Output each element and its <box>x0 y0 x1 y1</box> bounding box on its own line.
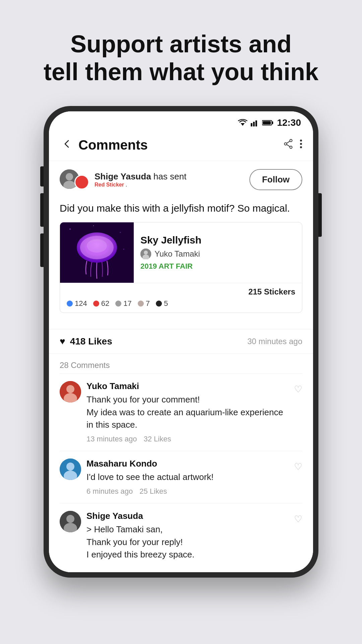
artwork-card[interactable]: Sky Jellyfish Yuko Tamaki 2019 ART FAIR … <box>60 222 302 313</box>
comment-likes-1: 32 Likes <box>143 435 171 443</box>
svg-rect-6 <box>263 121 271 124</box>
like-button-3[interactable]: ♡ <box>294 514 302 525</box>
artwork-tag: 2019 ART FAIR <box>140 262 295 271</box>
svg-point-9 <box>285 143 287 145</box>
svg-point-7 <box>290 139 292 142</box>
back-button[interactable] <box>60 136 74 154</box>
comment-avatar-yuko <box>60 381 81 402</box>
likes-count: 418 Likes <box>70 336 112 347</box>
comment-time-2: 6 minutes ago <box>86 487 133 496</box>
svg-point-14 <box>300 146 302 148</box>
wifi-icon <box>238 119 247 126</box>
notification-row: Shige Yasuda has sent Red Sticker . Foll… <box>49 161 313 198</box>
comment-item-1: Yuko Tamaki Thank you for your comment!M… <box>60 374 302 451</box>
comment-item-2: Masaharu Kondo I'd love to see the actua… <box>60 451 302 503</box>
svg-point-8 <box>290 146 292 148</box>
svg-point-12 <box>300 140 302 142</box>
comment-body: Did you make this with a jellyfish motif… <box>49 198 313 329</box>
like-button-2[interactable]: ♡ <box>294 461 302 472</box>
artwork-image <box>60 222 134 283</box>
sticker-tan: 7 <box>138 299 150 308</box>
more-button[interactable] <box>300 139 302 151</box>
sticker-gray: 17 <box>115 299 131 308</box>
comment-item-3: Shige Yasuda > Hello Tamaki san,Thank yo… <box>60 503 302 572</box>
comment-content-yuko: Yuko Tamaki Thank you for your comment!M… <box>86 381 289 443</box>
top-bar: Comments <box>49 131 313 161</box>
heart-icon[interactable]: ♥ <box>60 336 65 347</box>
time-ago: 30 minutes ago <box>247 337 302 346</box>
likes-row: ♥ 418 Likes 30 minutes ago <box>49 329 313 354</box>
comment-text: Did you make this with a jellyfish motif… <box>60 201 302 216</box>
page-title: Comments <box>78 138 284 153</box>
artwork-info: Sky Jellyfish Yuko Tamaki 2019 ART FAIR <box>134 222 302 283</box>
comment-content-shige: Shige Yasuda > Hello Tamaki san,Thank yo… <box>86 511 289 565</box>
status-bar: 12:30 <box>49 111 313 131</box>
svg-point-32 <box>66 385 74 393</box>
svg-rect-1 <box>251 123 252 126</box>
svg-point-20 <box>120 232 121 233</box>
sticker-red: 62 <box>93 299 109 308</box>
svg-point-35 <box>66 463 74 471</box>
signal-icon <box>251 119 259 126</box>
svg-point-16 <box>66 173 73 180</box>
artwork-bottom: 215 Stickers 124 62 <box>60 283 302 313</box>
svg-point-29 <box>144 251 148 255</box>
share-button[interactable] <box>284 139 293 151</box>
svg-rect-5 <box>272 121 273 124</box>
avatar-stack <box>60 169 89 190</box>
svg-point-13 <box>300 143 302 145</box>
comment-avatar-masaharu <box>60 459 81 480</box>
artwork-artist: Yuko Tamaki <box>140 249 295 259</box>
svg-point-21 <box>93 225 94 226</box>
battery-icon <box>262 120 274 126</box>
comment-avatar-shige <box>60 511 81 532</box>
comment-time-1: 13 minutes ago <box>86 435 137 443</box>
phone-mockup: 12:30 Comments <box>44 106 318 578</box>
follow-button[interactable]: Follow <box>249 169 302 190</box>
notification-text: Shige Yasuda has sent Red Sticker . <box>95 171 249 188</box>
comments-section: 28 Comments Yuko Tamaki Thank you for yo… <box>49 354 313 572</box>
like-button-1[interactable]: ♡ <box>294 384 302 395</box>
artist-avatar <box>140 249 151 259</box>
sticker-badge <box>74 175 89 190</box>
svg-point-23 <box>123 249 124 250</box>
svg-rect-2 <box>253 122 255 126</box>
headline: Support artists and tell them what you t… <box>17 0 345 106</box>
sticker-blue: 124 <box>67 299 87 308</box>
comment-likes-2: 25 Likes <box>139 487 167 496</box>
svg-marker-0 <box>241 123 245 126</box>
svg-rect-3 <box>255 120 257 126</box>
svg-line-11 <box>287 144 290 146</box>
svg-point-38 <box>66 515 74 523</box>
svg-point-19 <box>69 228 71 230</box>
svg-line-10 <box>287 141 290 143</box>
sticker-black: 5 <box>156 299 168 308</box>
svg-point-27 <box>87 239 107 253</box>
sticker-row: 124 62 17 7 <box>67 299 295 308</box>
comments-count: 28 Comments <box>60 354 302 374</box>
comment-content-masaharu: Masaharu Kondo I'd love to see the actua… <box>86 459 289 496</box>
artwork-title: Sky Jellyfish <box>140 234 295 246</box>
status-time: 12:30 <box>277 117 301 128</box>
